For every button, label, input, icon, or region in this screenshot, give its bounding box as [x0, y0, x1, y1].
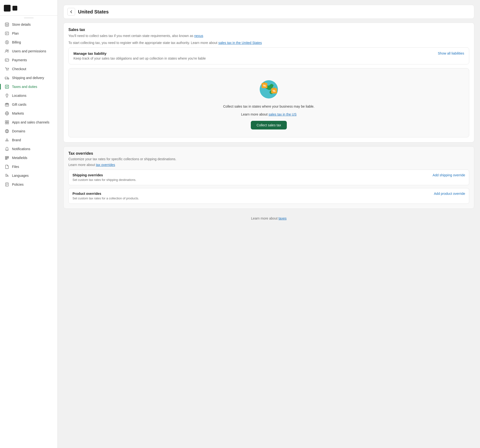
svg-rect-36 [5, 156, 9, 157]
svg-point-16 [8, 79, 8, 79]
sidebar-item-domains[interactable]: Domains [2, 127, 56, 136]
sidebar-item-label: Apps and sales channels [12, 120, 49, 124]
sidebar-item-taxes-duties[interactable]: Taxes and duties [2, 82, 56, 91]
svg-rect-4 [6, 34, 7, 34]
svg-point-12 [7, 70, 7, 71]
svg-rect-2 [5, 32, 9, 35]
page-title: United States [78, 9, 109, 15]
sidebar-item-metafields[interactable]: Metafields [2, 153, 56, 162]
scroll-indicator [24, 18, 34, 18]
product-overrides-item: Product overrides Set custom tax rates f… [68, 188, 469, 204]
liability-card-desc: Keep track of your sales tax obligations… [73, 57, 206, 60]
svg-point-20 [7, 87, 8, 87]
sidebar-item-gift-cards[interactable]: Gift cards [2, 100, 56, 109]
svg-point-13 [8, 70, 8, 71]
svg-rect-30 [7, 123, 9, 124]
svg-rect-38 [5, 159, 7, 159]
sidebar-item-policies[interactable]: Policies [2, 180, 56, 189]
sidebar-item-billing[interactable]: $ Billing [2, 38, 56, 47]
svg-rect-1 [6, 25, 8, 26]
brand-icon [5, 138, 9, 142]
sidebar-item-label: Metafields [12, 156, 27, 160]
sidebar-item-label: Plan [12, 31, 19, 35]
domains-icon [5, 129, 9, 133]
locations-icon [5, 94, 9, 98]
sidebar-item-locations[interactable]: Locations [2, 91, 56, 100]
sidebar-item-label: Files [12, 165, 19, 169]
liability-card-title: Manage tax liability [73, 51, 206, 56]
sidebar-header [0, 3, 57, 16]
sidebar-item-plan[interactable]: Plan [2, 29, 56, 38]
sidebar-item-brand[interactable]: Brand [2, 136, 56, 144]
globe-illustration: % % [257, 76, 281, 100]
svg-point-35 [7, 140, 7, 141]
sidebar-item-markets[interactable]: Markets [2, 109, 56, 118]
main-content: United States Sales tax You'll need to c… [58, 0, 480, 448]
svg-point-21 [7, 95, 7, 95]
sidebar-item-label: Languages [12, 174, 28, 178]
svg-rect-11 [6, 61, 7, 61]
payments-icon [5, 58, 9, 62]
footer-taxes-link[interactable]: taxes [278, 217, 286, 220]
languages-icon [5, 173, 9, 178]
svg-point-7 [6, 50, 7, 51]
sidebar-item-store-details[interactable]: Store details [2, 20, 56, 29]
tax-overrides-learn: Learn more about tax overrides [68, 163, 469, 167]
add-shipping-override-link[interactable]: Add shipping override [433, 173, 465, 177]
svg-text:%: % [273, 89, 275, 93]
sales-tax-us-link[interactable]: sales tax in the United States [219, 41, 262, 45]
tax-overrides-title: Tax overrides [68, 151, 469, 156]
sidebar-item-files[interactable]: Files [2, 162, 56, 171]
gift-icon [5, 102, 9, 107]
nexus-link[interactable]: nexus [194, 34, 203, 38]
collect-sales-tax-button[interactable]: Collect sales tax [251, 121, 287, 130]
svg-point-49 [274, 87, 275, 89]
back-button[interactable] [67, 8, 75, 16]
sidebar-item-label: Payments [12, 58, 27, 62]
svg-text:$: $ [6, 41, 8, 44]
sidebar-item-checkout[interactable]: Checkout [2, 65, 56, 73]
sidebar-item-label: Policies [12, 183, 23, 186]
metafields-icon [5, 156, 9, 160]
sidebar-item-notifications[interactable]: Notifications [2, 145, 56, 153]
product-overrides-desc: Set custom tax rates for a collection of… [72, 196, 139, 200]
tax-overrides-link[interactable]: tax overrides [96, 163, 115, 167]
add-product-override-link[interactable]: Add product override [434, 192, 465, 195]
sidebar-nav: Store details Plan $ Billing [0, 20, 57, 189]
svg-rect-29 [5, 123, 7, 124]
sidebar-item-payments[interactable]: Payments [2, 56, 56, 64]
tax-overrides-desc: Customize your tax rates for specific co… [68, 157, 469, 161]
sidebar-item-shipping-delivery[interactable]: Shipping and delivery [2, 73, 56, 82]
markets-icon [5, 111, 9, 116]
sales-tax-desc-1: You'll need to collect sales tax if you … [68, 33, 469, 38]
svg-point-15 [6, 79, 6, 79]
policies-icon [5, 182, 9, 187]
show-all-liabilities-link[interactable]: Show all liabilities [438, 51, 464, 55]
sidebar-item-label: Checkout [12, 67, 26, 71]
svg-rect-10 [5, 60, 9, 60]
files-icon [5, 165, 9, 169]
svg-point-48 [264, 82, 265, 83]
sidebar-item-label: Shipping and delivery [12, 76, 44, 80]
product-overrides-title: Product overrides [72, 192, 139, 195]
sidebar-item-label: Markets [12, 111, 24, 115]
shipping-icon [5, 76, 9, 80]
sales-tax-section: Sales tax You'll need to collect sales t… [63, 22, 474, 143]
sidebar-item-label: Billing [12, 40, 21, 44]
notifications-icon [5, 147, 9, 151]
manage-tax-liability-card: Manage tax liability Keep track of your … [68, 47, 469, 64]
sidebar-item-apps-sales-channels[interactable]: Apps and sales channels [2, 118, 56, 127]
sales-tax-us-card-link[interactable]: sales tax in the US [268, 112, 297, 116]
taxes-icon [5, 85, 9, 89]
svg-point-19 [6, 86, 7, 86]
sidebar-item-users-permissions[interactable]: Users and permissions [2, 47, 56, 56]
sidebar-item-label: Store details [12, 22, 31, 26]
footer: Learn more about taxes [63, 213, 474, 224]
sidebar-item-label: Users and permissions [12, 49, 46, 53]
store-icon [5, 22, 9, 27]
sidebar-item-label: Locations [12, 94, 26, 98]
sidebar-item-label: Gift cards [12, 102, 26, 106]
svg-rect-3 [6, 33, 8, 33]
svg-point-8 [8, 50, 9, 51]
sidebar-item-languages[interactable]: Languages [2, 171, 56, 180]
